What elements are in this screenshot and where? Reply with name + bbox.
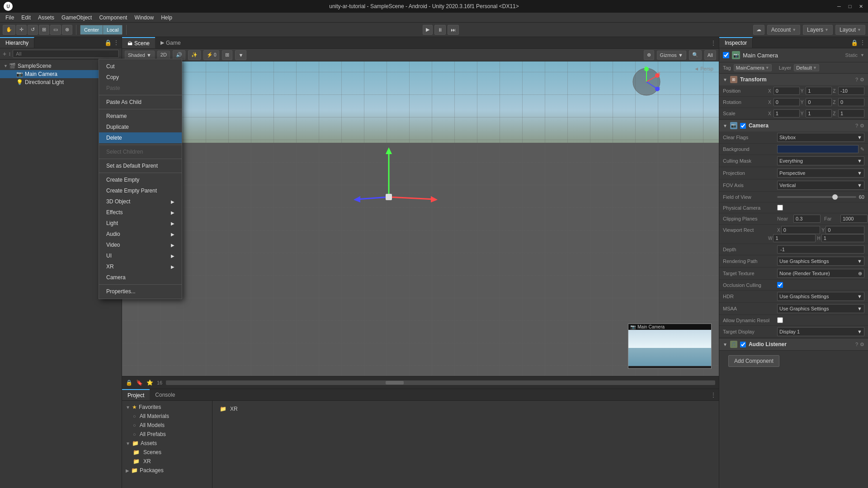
near-input[interactable]	[793, 215, 821, 223]
ctx-copy[interactable]: Copy	[99, 72, 182, 83]
local-button[interactable]: Local	[103, 25, 122, 34]
scene-options[interactable]: ⚡0	[203, 50, 220, 60]
audio-listener-checkbox[interactable]	[740, 342, 746, 347]
inspector-lock-icon[interactable]: 🔒	[851, 39, 858, 46]
target-display-dropdown[interactable]: Display 1 ▼	[777, 327, 864, 336]
effects-toggle[interactable]: ✨	[188, 50, 201, 60]
transform-settings-icon[interactable]: ⚙	[860, 77, 864, 83]
scale-z-input[interactable]	[838, 109, 864, 117]
cloud-button[interactable]: ☁	[753, 25, 764, 35]
audio-settings-icon[interactable]: ⚙	[860, 342, 864, 347]
proj-all-models[interactable]: ○ All Models	[122, 421, 212, 430]
layer-dropdown[interactable]: Default ▼	[794, 64, 819, 71]
layers-button[interactable]: Layers ▼	[803, 25, 833, 35]
all-button[interactable]: All	[704, 50, 716, 60]
clear-flags-dropdown[interactable]: Skybox ▼	[777, 133, 864, 142]
vp-y-input[interactable]	[826, 226, 864, 234]
background-color[interactable]	[777, 145, 859, 153]
ctx-camera[interactable]: Camera	[99, 272, 182, 283]
ctx-set-default-parent[interactable]: Set as Default Parent	[99, 160, 182, 171]
ctx-create-empty[interactable]: Create Empty	[99, 174, 182, 185]
inspector-more-icon[interactable]: ⋮	[860, 39, 865, 46]
gizmos-button[interactable]: Gizmos ▼	[657, 51, 686, 60]
scene-tool-1[interactable]: ⊕	[644, 50, 654, 60]
hierarchy-tab[interactable]: Hierarchy	[0, 37, 34, 48]
projection-dropdown[interactable]: Perspective ▼	[777, 169, 864, 178]
pos-x-input[interactable]	[774, 87, 800, 95]
center-button[interactable]: Center	[80, 25, 103, 34]
transform-gizmo[interactable]	[335, 125, 448, 215]
account-button[interactable]: Account ▼	[767, 25, 800, 35]
proj-all-materials[interactable]: ○ All Materials	[122, 412, 212, 421]
scale-y-input[interactable]	[806, 109, 832, 117]
add-component-button[interactable]: Add Component	[728, 355, 779, 367]
ctx-properties[interactable]: Properties...	[99, 286, 182, 297]
proj-favorites[interactable]: ▼ ★ Favorites	[122, 403, 212, 412]
shaded-button[interactable]: Shaded ▼	[125, 51, 155, 60]
project-more-icon[interactable]: ⋮	[711, 392, 716, 398]
scene-bookmark-icon[interactable]: 🔖	[136, 380, 143, 386]
ctx-effects[interactable]: Effects ▶	[99, 207, 182, 218]
hierarchy-lock-icon[interactable]: 🔒	[104, 39, 112, 46]
ctx-paste-as-child[interactable]: Paste As Child	[99, 97, 182, 108]
hierarchy-more-icon[interactable]: ⋮	[113, 39, 119, 46]
background-edit-icon[interactable]: ✎	[860, 146, 864, 152]
proj-packages[interactable]: ▶ 📁 Packages	[122, 466, 212, 475]
rot-y-input[interactable]	[806, 98, 832, 106]
target-texture-dropdown[interactable]: None (Render Texture) ⊕	[777, 269, 864, 278]
ctx-ui[interactable]: UI ▶	[99, 250, 182, 261]
move-tool[interactable]: ✛	[16, 25, 27, 35]
transform-tool[interactable]: ⊗	[62, 25, 72, 35]
menu-edit[interactable]: Edit	[18, 14, 34, 22]
step-button[interactable]: ⏭	[448, 25, 459, 35]
audio-listener-header[interactable]: ▼ 🎵 Audio Listener ? ⚙	[719, 338, 868, 350]
ctx-light[interactable]: Light ▶	[99, 218, 182, 229]
transform-header[interactable]: ▼ ⊞ Transform ? ⚙	[719, 74, 868, 85]
proj-scenes[interactable]: 📁 Scenes	[122, 448, 212, 457]
object-active-checkbox[interactable]	[723, 52, 729, 58]
static-dropdown-arrow[interactable]: ▼	[860, 53, 864, 57]
2d-button[interactable]: 2D	[157, 51, 170, 60]
scene-tab[interactable]: 🏔 Scene	[122, 37, 155, 48]
scene-star-icon[interactable]: ⭐	[146, 380, 153, 386]
grid-toggle[interactable]: ⊞	[222, 50, 232, 60]
maximize-button[interactable]: □	[846, 3, 854, 10]
hierarchy-sort-icon[interactable]: ↕	[8, 51, 11, 57]
rect-tool[interactable]: ▭	[50, 25, 61, 35]
audio-help-icon[interactable]: ?	[855, 342, 858, 347]
camera-component-header[interactable]: ▼ 📷 Camera ? ⚙	[719, 120, 868, 131]
ctx-cut[interactable]: Cut	[99, 61, 182, 72]
hand-tool[interactable]: ✋	[3, 25, 15, 35]
pos-z-input[interactable]	[838, 87, 864, 95]
menu-component[interactable]: Component	[95, 14, 131, 22]
scene-lock-icon[interactable]: 🔒	[126, 380, 132, 386]
rot-x-input[interactable]	[774, 98, 800, 106]
close-button[interactable]: ✕	[857, 3, 864, 10]
play-button[interactable]: ▶	[423, 25, 433, 35]
ctx-create-empty-parent[interactable]: Create Empty Parent	[99, 185, 182, 196]
proj-assets[interactable]: ▼ 📁 Assets	[122, 439, 212, 448]
layout-button[interactable]: Layout ▼	[835, 25, 865, 35]
ctx-delete[interactable]: Delete	[99, 132, 182, 143]
menu-assets[interactable]: Assets	[34, 14, 58, 22]
game-tab[interactable]: ▶ Game	[155, 37, 186, 48]
inspector-tab[interactable]: Inspector	[719, 37, 753, 48]
proj-main-xr[interactable]: 📁 XR	[216, 404, 715, 413]
ctx-video[interactable]: Video ▶	[99, 239, 182, 250]
proj-all-prefabs[interactable]: ○ All Prefabs	[122, 430, 212, 439]
scale-tool[interactable]: ⊞	[39, 25, 49, 35]
console-tab[interactable]: Console	[150, 389, 180, 400]
vp-x-input[interactable]	[781, 226, 820, 234]
menu-window[interactable]: Window	[131, 14, 157, 22]
ctx-rename[interactable]: Rename	[99, 111, 182, 122]
scene-content[interactable]: ◄ Persp	[122, 61, 719, 376]
hierarchy-search-input[interactable]	[13, 50, 119, 58]
fov-axis-dropdown[interactable]: Vertical ▼	[777, 181, 864, 190]
ctx-3d-object[interactable]: 3D Object ▶	[99, 196, 182, 207]
rot-z-input[interactable]	[838, 98, 864, 106]
menu-gameobject[interactable]: GameObject	[58, 14, 95, 22]
fov-slider[interactable]	[777, 196, 856, 198]
vp-h-input[interactable]	[821, 234, 864, 242]
msaa-dropdown[interactable]: Use Graphics Settings ▼	[777, 304, 864, 313]
transform-help-icon[interactable]: ?	[855, 77, 858, 83]
